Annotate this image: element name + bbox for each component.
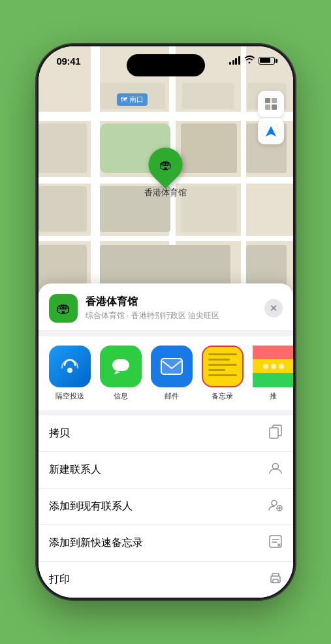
- location-pin: 🏟 香港体育馆: [144, 148, 187, 199]
- share-item-airdrop[interactable]: 隔空投送: [49, 346, 91, 401]
- svg-point-14: [263, 364, 268, 369]
- bottom-sheet: 🏟 香港体育馆 综合体育馆 · 香港特别行政区 油尖旺区 ✕ 隔空投送: [39, 283, 293, 598]
- airdrop-label: 隔空投送: [55, 391, 84, 401]
- more-icon: [253, 346, 293, 387]
- svg-point-15: [271, 364, 276, 369]
- menu-item-add-to-contact[interactable]: 添加到现有联系人: [39, 489, 293, 525]
- messages-icon: [100, 346, 142, 387]
- menu-item-print[interactable]: 打印: [39, 562, 293, 598]
- svg-rect-1: [272, 98, 277, 103]
- phone-frame: 09:41: [39, 46, 293, 598]
- status-icons: [229, 56, 275, 65]
- svg-rect-5: [112, 359, 129, 371]
- airdrop-icon: [49, 346, 91, 387]
- svg-point-19: [272, 464, 278, 470]
- venue-icon: 🏟: [49, 294, 78, 323]
- quick-note-icon: [268, 534, 283, 552]
- menu-item-new-contact[interactable]: 新建联系人: [39, 452, 293, 489]
- messages-label: 信息: [114, 391, 128, 401]
- signal-icon: [229, 56, 240, 65]
- navigate-button[interactable]: [258, 118, 284, 144]
- wifi-icon: [244, 56, 255, 65]
- svg-rect-0: [265, 98, 270, 103]
- mail-label: 邮件: [165, 391, 179, 401]
- share-item-mail[interactable]: 邮件: [151, 346, 193, 401]
- print-icon: [268, 571, 283, 588]
- venue-subtitle: 综合体育馆 · 香港特别行政区 油尖旺区: [86, 310, 257, 321]
- venue-name: 香港体育馆: [86, 295, 257, 309]
- map-controls: [258, 91, 284, 144]
- status-time: 09:41: [57, 56, 81, 67]
- more-label: 推: [270, 391, 277, 401]
- share-actions-row: 隔空投送 信息: [39, 336, 293, 410]
- svg-point-16: [279, 364, 284, 369]
- menu-item-copy[interactable]: 拷贝: [39, 415, 293, 452]
- map-type-button[interactable]: [258, 91, 284, 117]
- menu-list: 拷贝 新建联系人 添: [39, 415, 293, 598]
- share-item-notes[interactable]: 备忘录: [202, 346, 244, 401]
- battery-icon: [259, 57, 275, 65]
- venue-header: 🏟 香港体育馆 综合体育馆 · 香港特别行政区 油尖旺区 ✕: [39, 283, 293, 331]
- svg-rect-6: [161, 359, 182, 374]
- svg-rect-2: [265, 105, 270, 110]
- add-contact-icon: [268, 498, 283, 515]
- svg-rect-18: [270, 428, 278, 438]
- svg-rect-3: [272, 105, 277, 110]
- notes-icon: [202, 346, 244, 387]
- close-button[interactable]: ✕: [264, 299, 283, 317]
- dynamic-island: [127, 54, 205, 76]
- svg-rect-13: [253, 381, 293, 387]
- svg-point-20: [272, 500, 277, 506]
- share-item-messages[interactable]: 信息: [100, 346, 142, 401]
- svg-rect-24: [273, 579, 278, 583]
- svg-rect-10: [253, 346, 293, 360]
- notes-label: 备忘录: [212, 391, 233, 401]
- new-contact-icon: [268, 461, 283, 479]
- mail-icon: [151, 346, 193, 387]
- copy-icon: [268, 425, 283, 442]
- menu-item-quick-note[interactable]: 添加到新快速备忘录: [39, 525, 293, 562]
- share-item-more[interactable]: 推: [253, 346, 293, 401]
- svg-point-4: [67, 368, 72, 373]
- map-label: 🗺 南口: [117, 93, 148, 106]
- venue-info: 香港体育馆 综合体育馆 · 香港特别行政区 油尖旺区: [86, 295, 257, 321]
